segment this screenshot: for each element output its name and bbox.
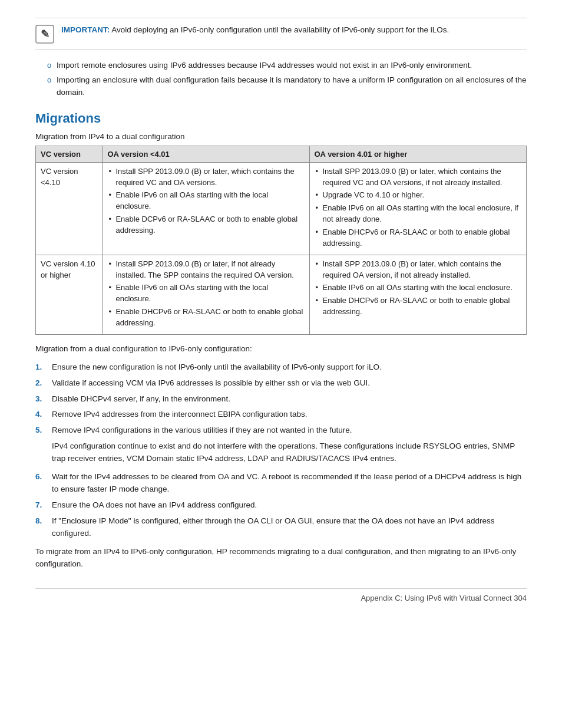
col-header-vc: VC version xyxy=(36,146,103,162)
important-notice: ✎ IMPORTANT: Avoid deploying an IPv6-onl… xyxy=(35,18,527,50)
table-cell-oa_low-1: Install SPP 2013.09.0 (B) or later, if n… xyxy=(103,255,309,334)
table-cell-oa_high-0: Install SPP 2013.09.0 (B) or later, whic… xyxy=(309,162,527,255)
important-icon: ✎ xyxy=(35,25,54,44)
step-4: Remove IPv4 addresses from the interconn… xyxy=(35,409,527,421)
table-cell-oa_high-1: Install SPP 2013.09.0 (B) or later, whic… xyxy=(309,255,527,334)
important-text: IMPORTANT: Avoid deploying an IPv6-only … xyxy=(61,24,449,36)
step-7: Ensure the OA does not have an IPv4 addr… xyxy=(35,499,527,512)
migration-dual-label: Migration from a dual configuration to I… xyxy=(35,343,527,355)
table-list-item: Enable DHCPv6 or RA-SLAAC or both to ena… xyxy=(315,295,522,318)
table-subtitle: Migration from IPv4 to a dual configurat… xyxy=(35,132,527,141)
steps-list: Ensure the new configuration is not IPv6… xyxy=(35,361,527,437)
table-list-item: Enable IPv6 on all OAs starting with the… xyxy=(107,190,304,212)
step-2: Validate if accessing VCM via IPv6 addre… xyxy=(35,377,527,390)
bullet-item-1: Import remote enclosures using IPv6 addr… xyxy=(47,60,527,72)
section-title: Migrations xyxy=(35,111,527,126)
table-cell-vc-1: VC version 4.10 or higher xyxy=(36,255,103,334)
closing-para: To migrate from an IPv4 to IPv6-only con… xyxy=(35,546,527,571)
step-1: Ensure the new configuration is not IPv6… xyxy=(35,361,527,374)
bullet-item-2: Importing an enclosure with dual configu… xyxy=(47,74,527,99)
steps2-list: Wait for the IPv4 addresses to be cleare… xyxy=(35,471,527,540)
col-header-oa-high: OA version 4.01 or higher xyxy=(309,146,527,162)
table-list-item: Install SPP 2013.09.0 (B) or later, whic… xyxy=(107,166,304,189)
table-list-item: Enable DHCPv6 or RA-SLAAC or both to ena… xyxy=(315,227,522,249)
important-body: Avoid deploying an IPv6-only configurati… xyxy=(111,25,449,34)
col-header-oa-low: OA version <4.01 xyxy=(103,146,309,162)
table-list-item: Enable IPv6 on all OAs starting with the… xyxy=(107,282,304,305)
table-list-item: Enable IPv6 on all OAs starting with the… xyxy=(315,282,522,294)
migration-table: VC version OA version <4.01 OA version 4… xyxy=(35,146,527,335)
table-list-item: Enable IPv6 on all OAs starting with the… xyxy=(315,203,522,225)
table-list-item: Enable DCPv6 or RA-SLAAC or both to enab… xyxy=(107,214,304,236)
table-list-item: Install SPP 2013.09.0 (B) or later, whic… xyxy=(315,259,522,281)
footer-text: Appendix C: Using IPv6 with Virtual Conn… xyxy=(361,594,527,602)
step-8: If "Enclosure IP Mode" is configured, ei… xyxy=(35,515,527,540)
step-3: Disable DHCPv4 server, if any, in the en… xyxy=(35,393,527,406)
table-cell-vc-0: VC version <4.10 xyxy=(36,162,103,255)
svg-text:✎: ✎ xyxy=(41,28,49,40)
table-list-item: Enable DHCPv6 or RA-SLAAC or both to ena… xyxy=(107,307,304,329)
table-list-item: Install SPP 2013.09.0 (B) or later, whic… xyxy=(315,166,522,189)
table-list-item: Upgrade VC to 4.10 or higher. xyxy=(315,190,522,201)
step-6: Wait for the IPv4 addresses to be cleare… xyxy=(35,471,527,496)
important-label: IMPORTANT: xyxy=(61,25,110,34)
step-5: Remove IPv4 configurations in the variou… xyxy=(35,424,527,437)
footer: Appendix C: Using IPv6 with Virtual Conn… xyxy=(35,588,527,602)
table-list-item: Install SPP 2013.09.0 (B) or later, if n… xyxy=(107,259,304,281)
ipv4-config-para: IPv4 configuration continue to exist and… xyxy=(52,440,527,465)
bullet-list: Import remote enclosures using IPv6 addr… xyxy=(47,60,527,99)
table-cell-oa_low-0: Install SPP 2013.09.0 (B) or later, whic… xyxy=(103,162,309,255)
